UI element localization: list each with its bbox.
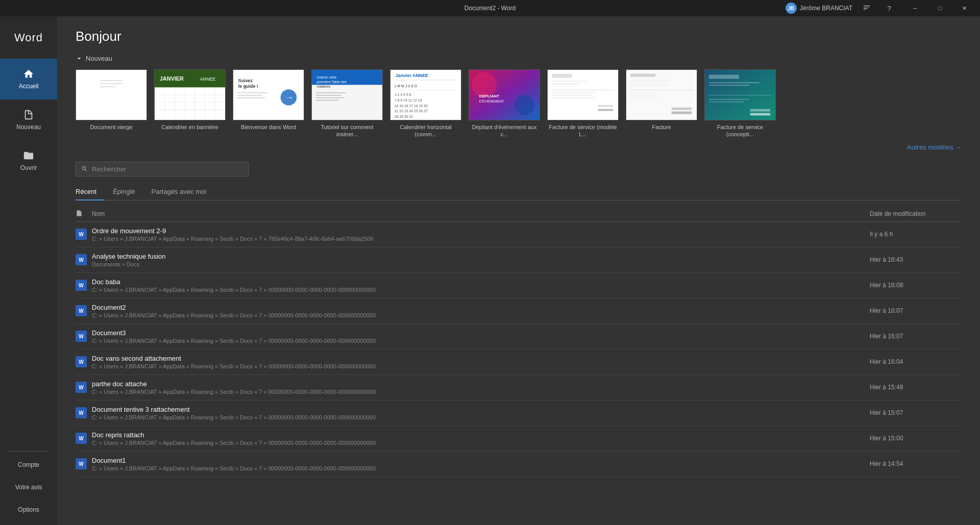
svg-rect-0 [96,76,127,114]
files-table: Nom Date de modification W Ordre de mouv… [76,207,962,477]
svg-rect-67 [630,98,653,98]
file-icon: W [76,382,92,393]
template-thumb-facture [626,69,697,120]
svg-rect-66 [630,95,658,96]
file-name: Analyse technique fusion [92,253,870,260]
file-row[interactable]: W Ordre de mouvement 2-9 C: » Users » J.… [76,222,962,247]
svg-text:D'ÉVÉNEMENT: D'ÉVÉNEMENT [479,99,505,103]
svg-text:matières: matières [317,85,331,88]
file-date: Hier à 14:54 [870,460,962,467]
template-facture2[interactable]: Facture de service (concepti... [704,69,776,138]
sidebar: Word Accueil Nouveau Ouvrir Compte [0,16,57,525]
template-thumb-blank [76,69,147,120]
file-name: Ordre de mouvement 2-9 [92,227,870,235]
svg-rect-65 [630,93,655,93]
template-cal-horiz[interactable]: Janvier ANNEE L M M J V S D 1 2 3 4 5 6 … [390,69,461,138]
file-row[interactable]: W Document1 C: » Users » J.BRANCIAT » Ap… [76,452,962,477]
sidebar-item-compte[interactable]: Compte [0,454,57,476]
template-calendar-banner[interactable]: JANVIER ANNEE Calendrier en ba [154,69,226,138]
file-date: Hier à 15:48 [870,384,962,391]
svg-rect-72 [709,82,760,83]
file-path: C: » Users » J.BRANCIAT » AppData » Roam… [92,440,870,446]
file-date: Hier à 16:08 [870,282,962,289]
file-row[interactable]: W Document2 C: » Users » J.BRANCIAT » Ap… [76,298,962,324]
file-info: Document2 C: » Users » J.BRANCIAT » AppD… [92,304,870,318]
template-label-tutorial: Tutoriel sur comment insérer... [311,123,383,138]
svg-rect-1 [100,80,122,81]
more-templates-link[interactable]: Autres modèles → [76,142,962,152]
svg-text:première Table des: première Table des [317,80,347,84]
svg-rect-61 [630,80,671,80]
search-input[interactable] [92,165,243,173]
file-row[interactable]: W Document tentive 3 rattachement C: » U… [76,401,962,426]
file-path: Documents » Docs [92,261,870,267]
tabs: Récent Épinglé Partagés avec moi [76,185,962,201]
tab-shared[interactable]: Partagés avec moi [143,185,215,201]
file-path: C: » Users » J.BRANCIAT » AppData » Roam… [92,312,870,318]
close-button[interactable]: ✕ [952,0,976,16]
new-section-header[interactable]: Nouveau [76,55,962,62]
word-icon: W [76,331,87,342]
file-name: Document1 [92,457,870,464]
template-invoice-model[interactable]: Facture de service (modèle L... [547,69,619,138]
svg-text:le guide !: le guide ! [238,84,258,89]
file-name: Document3 [92,329,870,337]
svg-point-46 [514,95,534,115]
svg-rect-30 [316,92,346,93]
new-document-icon [23,109,34,120]
new-section-label: Nouveau [86,55,112,62]
sidebar-item-nouveau[interactable]: Nouveau [0,99,57,140]
help-icon[interactable]: ? [881,0,897,16]
sidebar-item-ouvrir[interactable]: Ouvrir [0,140,57,181]
window-controls: ─ □ ✕ [903,0,976,16]
svg-rect-21 [237,95,262,95]
sidebar-label-avis: Votre avis [15,484,42,491]
word-icon: W [76,229,87,240]
template-thumb-welcome: Suivez le guide ! → [233,69,304,120]
template-tutorial[interactable]: Insérer votre première Table des matière… [311,69,383,138]
titlebar-right: JB Jérôme BRANCIAT ? ─ □ ✕ [786,0,976,16]
svg-text:→: → [286,93,294,102]
review-icon[interactable] [859,0,875,16]
template-thumb-event: DÉPLIANT D'ÉVÉNEMENT [469,69,540,120]
titlebar-title: Document2 - Word [464,5,516,12]
file-info: parthe doc attache C: » Users » J.BRANCI… [92,380,870,395]
minimize-button[interactable]: ─ [903,0,927,16]
files-header: Nom Date de modification [76,207,962,222]
titlebar-user[interactable]: JB Jérôme BRANCIAT [786,3,852,14]
file-path: C: » Users » J.BRANCIAT » AppData » Roam… [92,287,870,293]
word-icon: W [76,305,87,316]
restore-button[interactable]: □ [928,0,951,16]
more-templates-anchor[interactable]: Autres modèles → [907,143,962,151]
template-welcome[interactable]: Suivez le guide ! → Bienvenue dans Word [233,69,304,138]
template-facture[interactable]: Facture [626,69,697,138]
svg-text:14  15  16  17  18  19  20: 14 15 16 17 18 19 20 [395,104,428,108]
file-icon: W [76,305,92,316]
svg-text:DÉPLIANT: DÉPLIANT [479,94,500,98]
sidebar-bottom: Compte Votre avis Options [0,454,57,525]
file-row[interactable]: W Analyse technique fusion Documents » D… [76,247,962,273]
file-row[interactable]: W parthe doc attache C: » Users » J.BRAN… [76,375,962,401]
template-blank[interactable]: Document vierge [76,69,147,138]
file-icon: W [76,229,92,240]
file-path: C: » Users » J.BRANCIAT » AppData » Roam… [92,389,870,395]
sidebar-label-accueil: Accueil [19,83,39,90]
svg-rect-60 [630,74,655,77]
sidebar-item-avis[interactable]: Votre avis [0,476,57,498]
file-row[interactable]: W Doc repris rattach C: » Users » J.BRAN… [76,426,962,452]
tab-recent[interactable]: Récent [76,185,105,201]
svg-rect-74 [709,95,771,95]
svg-rect-73 [709,85,749,85]
file-info: Document tentive 3 rattachement C: » Use… [92,406,870,420]
template-event[interactable]: DÉPLIANT D'ÉVÉNEMENT Dépliant d'événemen… [469,69,540,138]
svg-rect-38 [395,90,457,90]
sidebar-item-options[interactable]: Options [0,498,57,521]
file-row[interactable]: W Document3 C: » Users » J.BRANCIAT » Ap… [76,324,962,349]
sidebar-item-accueil[interactable]: Accueil [0,59,57,99]
file-row[interactable]: W Doc vans second attachement C: » Users… [76,349,962,375]
tab-pinned[interactable]: Épinglé [105,185,143,201]
template-label-calendar-banner: Calendrier en bannière [161,123,218,131]
svg-rect-64 [630,90,693,90]
svg-rect-3 [100,86,115,87]
file-row[interactable]: W Doc baba C: » Users » J.BRANCIAT » App… [76,273,962,298]
